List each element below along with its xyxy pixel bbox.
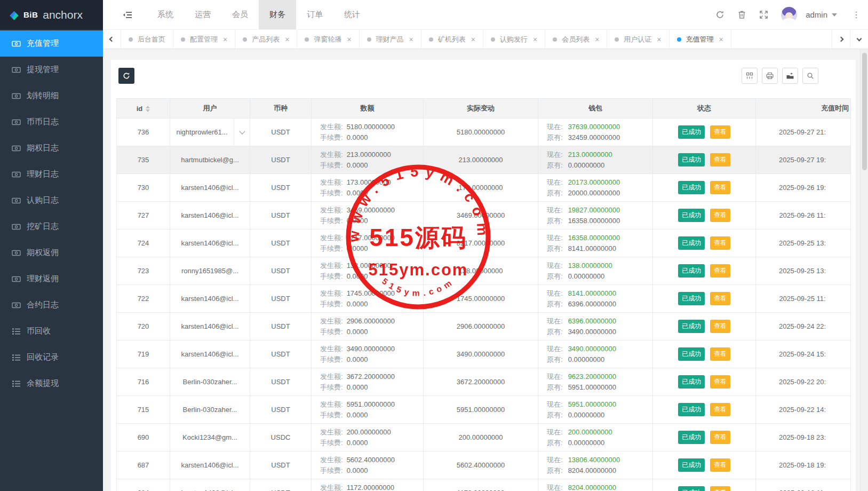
tab-close-icon[interactable]: ×: [595, 35, 599, 44]
tab[interactable]: 后台首页: [121, 30, 173, 49]
sidebar-item[interactable]: 理财返佣: [0, 266, 103, 292]
sidebar-item[interactable]: 余额提现: [0, 370, 103, 397]
cell-actual: 173.00000000: [424, 174, 538, 202]
cell-coin: USDT: [250, 146, 312, 174]
logo-bold: BiB: [23, 10, 38, 19]
sort-icon[interactable]: [146, 106, 150, 112]
cell-id: 730: [117, 174, 170, 202]
tabs-scroll-right-button[interactable]: [832, 30, 850, 49]
sidebar-item[interactable]: 认购日志: [0, 187, 103, 213]
tab-close-icon[interactable]: ×: [409, 35, 413, 44]
sidebar-item[interactable]: 挖矿日志: [0, 213, 103, 240]
cell-time: 2025-09-25 13:: [756, 257, 851, 285]
view-button[interactable]: 查看: [710, 264, 730, 278]
row-expand-chevron-icon[interactable]: [234, 118, 250, 146]
tab-close-icon[interactable]: ×: [347, 35, 351, 44]
tab-close-icon[interactable]: ×: [223, 35, 227, 44]
tab-close-icon[interactable]: ×: [285, 35, 289, 44]
trash-icon[interactable]: [737, 10, 746, 19]
fee-value: 0.0000: [347, 244, 368, 252]
fee-value: 0.0000: [347, 133, 368, 141]
tab[interactable]: 充值管理 ×: [670, 30, 731, 49]
status-badge: 已成功: [678, 320, 705, 333]
sidebar-item[interactable]: 划转明细: [0, 83, 103, 109]
tab-status-dot: [491, 37, 495, 42]
search-icon[interactable]: [802, 68, 818, 84]
sidebar-item[interactable]: 充值管理: [0, 30, 103, 57]
view-button[interactable]: 查看: [710, 347, 730, 361]
table-refresh-button[interactable]: [118, 68, 134, 84]
banknote-icon: [12, 301, 21, 310]
columns-toggle-icon[interactable]: [742, 68, 758, 84]
view-button[interactable]: 查看: [710, 236, 730, 250]
export-icon[interactable]: [782, 68, 798, 84]
top-nav-item[interactable]: 统计: [333, 0, 371, 29]
view-button[interactable]: 查看: [710, 486, 730, 491]
top-nav-item[interactable]: 订单: [296, 0, 333, 29]
tab[interactable]: 认购发行 ×: [483, 30, 545, 49]
sidebar-item[interactable]: 币币日志: [0, 109, 103, 135]
tab[interactable]: 用户认证 ×: [607, 30, 669, 49]
view-button[interactable]: 查看: [710, 125, 730, 139]
print-icon[interactable]: [762, 68, 778, 84]
fee-label: 手续费:: [320, 133, 343, 141]
fullscreen-icon[interactable]: [759, 10, 768, 19]
top-nav-item[interactable]: 财务: [259, 0, 296, 29]
tabs-scroll-left-button[interactable]: [103, 30, 121, 49]
fee-value: 0.0000: [347, 355, 368, 363]
sidebar-item-label: 期权返佣: [27, 248, 59, 258]
cell-id: 690: [117, 424, 170, 452]
sidebar-item[interactable]: 理财日志: [0, 161, 103, 187]
sidebar-item[interactable]: 期权返佣: [0, 240, 103, 266]
tab[interactable]: 理财产品 ×: [360, 30, 421, 49]
tab-close-icon[interactable]: ×: [533, 35, 537, 44]
tab-label: 会员列表: [562, 35, 590, 44]
sidebar-item[interactable]: 期权日志: [0, 135, 103, 161]
tab[interactable]: 产品列表 ×: [235, 30, 297, 49]
cell-time: 2025-09-25 13:: [756, 229, 851, 257]
header-id[interactable]: id: [117, 99, 170, 118]
cell-status: 已成功 查看: [653, 479, 756, 491]
sidebar-item[interactable]: 提现管理: [0, 57, 103, 83]
top-nav-item[interactable]: 会员: [221, 0, 259, 29]
refresh-icon[interactable]: [715, 10, 724, 19]
table-row: 735 hartmutbickel@g... USDT 发生额:213.0000…: [117, 146, 851, 174]
tab-close-icon[interactable]: ×: [657, 35, 661, 44]
scrollbar-thumb[interactable]: [862, 53, 867, 170]
sidebar-item[interactable]: 币回收: [0, 318, 103, 344]
tab[interactable]: 会员列表 ×: [545, 30, 607, 49]
more-options-icon[interactable]: ⋮: [850, 10, 863, 20]
sidebar-item[interactable]: 回收记录: [0, 344, 103, 370]
cell-time: 2025-09-22 20:: [756, 368, 851, 396]
view-button[interactable]: 查看: [710, 209, 730, 222]
user-menu-caret-icon[interactable]: [832, 13, 837, 17]
cell-coin: USDT: [250, 340, 312, 368]
tab-close-icon[interactable]: ×: [719, 35, 723, 44]
sidebar-collapse-icon[interactable]: [122, 11, 133, 19]
tab-status-dot: [429, 37, 433, 42]
tab-status-dot: [677, 37, 681, 42]
avatar[interactable]: [781, 7, 797, 23]
admin-username[interactable]: admin: [806, 10, 827, 19]
view-button[interactable]: 查看: [710, 320, 730, 333]
cell-status: 已成功 查看: [653, 368, 756, 396]
sidebar-item[interactable]: 合约日志: [0, 292, 103, 318]
view-button[interactable]: 查看: [710, 153, 730, 167]
top-header: 系统 运营 会员 财务 订单 统计: [103, 0, 868, 29]
wallet-orig-value: 0.00000000: [568, 355, 605, 363]
tab[interactable]: 弹窗轮播 ×: [297, 30, 359, 49]
view-button[interactable]: 查看: [710, 458, 730, 472]
view-button[interactable]: 查看: [710, 431, 730, 444]
list-icon: [12, 327, 21, 336]
view-button[interactable]: 查看: [710, 292, 730, 305]
view-button[interactable]: 查看: [710, 375, 730, 389]
tabs-menu-button[interactable]: [850, 30, 868, 49]
tab[interactable]: 配置管理 ×: [173, 30, 235, 49]
view-button[interactable]: 查看: [710, 181, 730, 194]
top-nav-item[interactable]: 系统: [147, 0, 184, 29]
tab[interactable]: 矿机列表 ×: [421, 30, 483, 49]
top-nav-item[interactable]: 运营: [184, 0, 221, 29]
view-button[interactable]: 查看: [710, 403, 730, 416]
tab-close-icon[interactable]: ×: [471, 35, 475, 44]
wallet-orig-value: 16358.00000000: [568, 217, 620, 225]
